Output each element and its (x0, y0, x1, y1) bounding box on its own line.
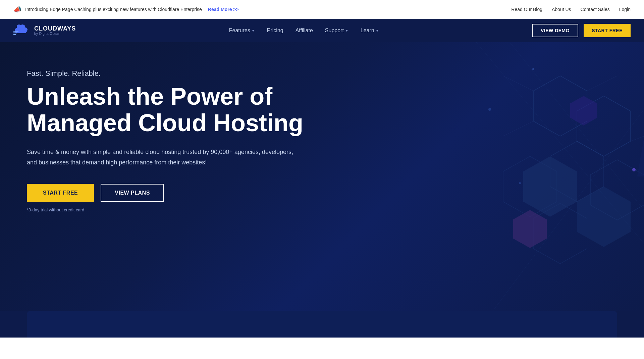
top-bar-links: Read Our Blog About Us Contact Sales Log… (511, 7, 631, 12)
megaphone-icon: 📣 (13, 5, 22, 13)
svg-marker-9 (523, 156, 577, 217)
features-link[interactable]: Features ▼ (229, 28, 255, 34)
affiliate-link[interactable]: Affiliate (296, 28, 313, 34)
view-demo-button[interactable]: VIEW DEMO (532, 24, 578, 37)
hero-subtitle: Fast. Simple. Reliable. (27, 69, 335, 78)
svg-point-24 (519, 182, 521, 184)
svg-point-21 (532, 68, 534, 70)
start-free-nav-button[interactable]: START FREE (584, 24, 631, 37)
svg-line-14 (503, 121, 533, 136)
nav-item-pricing[interactable]: Pricing (267, 28, 283, 34)
hero-description: Save time & money with simple and reliab… (27, 147, 302, 167)
support-link[interactable]: Support ▼ (325, 28, 348, 34)
features-chevron: ▼ (252, 29, 255, 33)
svg-point-22 (488, 108, 491, 111)
read-more-link[interactable]: Read More >> (208, 7, 239, 12)
contact-sales-link[interactable]: Contact Sales (581, 7, 610, 12)
top-bar: 📣 Introducing Edge Page Caching plus exc… (0, 0, 644, 19)
hero-buttons: START FREE VIEW PLANS (27, 184, 335, 202)
cloudways-logo-svg (13, 24, 31, 37)
brand-sub: by DigitalOcean (34, 32, 76, 36)
bottom-section (0, 311, 644, 338)
svg-line-15 (587, 76, 617, 91)
bottom-card (27, 311, 617, 338)
trial-note: *3-day trial without credit card (27, 207, 335, 212)
logo-text: CLOUDWAYS by DigitalOcean (34, 25, 76, 36)
login-link[interactable]: Login (619, 7, 631, 12)
hero-section: Fast. Simple. Reliable. Unleash the Powe… (0, 42, 644, 311)
nav-item-affiliate[interactable]: Affiliate (296, 28, 313, 34)
main-nav: CLOUDWAYS by DigitalOcean Features ▼ Pri… (0, 19, 644, 42)
brand-name: CLOUDWAYS (34, 25, 76, 32)
hero-background-svg (342, 42, 644, 311)
svg-marker-11 (513, 210, 547, 248)
svg-rect-25 (637, 83, 644, 176)
view-plans-button[interactable]: VIEW PLANS (101, 184, 164, 202)
hero-title: Unleash the Power of Managed Cloud Hosti… (27, 83, 335, 136)
announcement-text: Introducing Edge Page Caching plus excit… (25, 7, 202, 12)
svg-line-16 (631, 136, 644, 141)
nav-item-features[interactable]: Features ▼ (229, 28, 255, 34)
learn-chevron: ▼ (376, 29, 379, 33)
start-free-hero-button[interactable]: START FREE (27, 184, 94, 202)
read-our-blog-link[interactable]: Read Our Blog (511, 7, 542, 12)
pricing-link[interactable]: Pricing (267, 28, 283, 34)
about-us-link[interactable]: About Us (552, 7, 571, 12)
logo[interactable]: CLOUDWAYS by DigitalOcean (13, 24, 76, 37)
learn-link[interactable]: Learn ▼ (361, 28, 379, 34)
nav-item-learn[interactable]: Learn ▼ (361, 28, 379, 34)
announcement-bar: 📣 Introducing Edge Page Caching plus exc… (13, 5, 239, 13)
nav-actions: VIEW DEMO START FREE (532, 24, 631, 37)
svg-point-23 (632, 168, 636, 171)
nav-item-support[interactable]: Support ▼ (325, 28, 348, 34)
support-chevron: ▼ (345, 29, 348, 33)
svg-line-13 (503, 76, 533, 91)
svg-marker-12 (570, 96, 597, 125)
hero-content: Fast. Simple. Reliable. Unleash the Powe… (27, 69, 335, 212)
nav-links: Features ▼ Pricing Affiliate Support ▼ L… (229, 28, 379, 34)
logo-icon (13, 24, 31, 37)
svg-marker-10 (577, 187, 631, 247)
